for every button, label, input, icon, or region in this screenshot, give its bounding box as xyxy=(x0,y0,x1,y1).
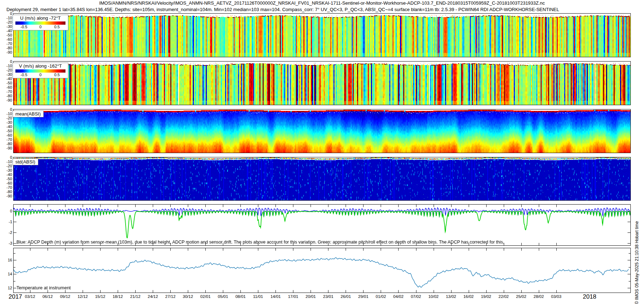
date-tick-label: 07/02 xyxy=(408,294,424,299)
depth-variation-annotation: Blue: ADCP Depth (m) variation from sens… xyxy=(16,240,504,245)
v-colorbar-legend: V (m/s) along -162°T -0.5 0 0.5 xyxy=(13,63,68,78)
y-tick-label: -70 xyxy=(0,89,12,94)
date-tick-label: 17/01 xyxy=(285,294,301,299)
y-tick-label: -10 xyxy=(0,16,12,20)
date-tick-label: 03/03 xyxy=(548,294,565,299)
y-tick-label: -20 xyxy=(0,68,12,73)
y-tick-label: -30 xyxy=(0,24,12,29)
y-tick-label: -80 xyxy=(0,142,12,146)
y-tick-label: -50 xyxy=(0,129,12,133)
date-tick-label: 29/01 xyxy=(355,294,371,299)
year-label-2018: 2018 xyxy=(583,293,596,300)
date-tick-label: 19/02 xyxy=(478,294,494,299)
std-absi-label: std(ABSI) xyxy=(13,158,38,165)
v-velocity-heatmap-canvas xyxy=(14,62,630,105)
y-tick-label: 0 xyxy=(0,59,12,64)
mean-absi-heatmap-canvas xyxy=(14,109,630,153)
y-tick-label: -90 xyxy=(0,98,12,103)
u-colorbar-tick: -0.5 xyxy=(20,25,27,29)
u-colorbar-legend: U (m/s) along -72°T -0.5 0 0.5 xyxy=(13,15,68,30)
date-tick-label: 16/02 xyxy=(460,294,477,299)
y-tick-label: -60 xyxy=(0,133,12,138)
year-label-2017: 2017 xyxy=(9,293,22,300)
date-tick-label: 20/01 xyxy=(302,294,319,299)
y-tick-label: -20 xyxy=(0,20,12,25)
y-tick-label: -70 xyxy=(0,41,12,46)
y-tick-label: -30 xyxy=(0,120,12,125)
y-tick-label: 14 xyxy=(0,272,12,276)
imos-watermark-vertical: © IMOS 05-May-2025 21:10:38 Hobart time xyxy=(634,171,640,304)
y-tick-label: 0 xyxy=(0,107,12,112)
date-tick-label: 10/02 xyxy=(425,294,442,299)
y-tick-label: -60 xyxy=(0,37,12,42)
v-colorbar-ticks: -0.5 0 0.5 xyxy=(13,73,68,78)
date-tick-label: 02/01 xyxy=(197,294,214,299)
date-tick-label: 27/12 xyxy=(162,294,179,299)
date-tick-label: 12/12 xyxy=(74,294,91,299)
date-tick-label: 04/02 xyxy=(390,294,406,299)
date-tick-label: 01/02 xyxy=(372,294,389,299)
v-colorbar-gradient xyxy=(15,69,65,73)
date-tick-label: 14/01 xyxy=(267,294,284,299)
y-tick-label: -50 xyxy=(0,33,12,38)
y-tick-label: -90 xyxy=(0,194,12,198)
u-colorbar-tick: 0.5 xyxy=(54,25,60,29)
y-tick-label: -20 xyxy=(0,116,12,121)
v-colorbar-tick: 0 xyxy=(39,73,42,77)
date-tick-label: 09/12 xyxy=(57,294,73,299)
panel-mean-absi-heatmap xyxy=(13,109,631,153)
v-colorbar-tick: -0.5 xyxy=(20,73,27,77)
date-tick-label: 08/01 xyxy=(232,294,249,299)
y-tick-label: -90 xyxy=(0,146,12,151)
u-colorbar-ticks: -0.5 0 0.5 xyxy=(13,25,68,30)
date-tick-label: 24/12 xyxy=(145,294,161,299)
y-tick-label: -90 xyxy=(0,50,12,55)
title-deployment-metadata: Deployment 29, member 1 lat=35.84S lon=1… xyxy=(6,7,559,12)
date-tick-label: 23/01 xyxy=(320,294,336,299)
u-colorbar-gradient xyxy=(15,21,65,25)
y-tick-label: 0 xyxy=(0,11,12,16)
temperature-line-canvas xyxy=(14,248,630,293)
depth-variation-lines-canvas xyxy=(14,205,630,245)
y-tick-label: -3 xyxy=(0,241,12,246)
u-velocity-heatmap-canvas xyxy=(14,14,630,57)
y-tick-label: 0 xyxy=(0,209,12,214)
y-tick-label: -2 xyxy=(0,230,12,235)
u-colorbar-tick: 0 xyxy=(39,25,42,29)
y-tick-label: -30 xyxy=(0,72,12,77)
y-tick-label: -40 xyxy=(0,124,12,129)
date-tick-label: 13/02 xyxy=(443,294,459,299)
date-tick-label: 18/12 xyxy=(109,294,126,299)
mean-absi-label: mean(ABSI) xyxy=(13,111,44,117)
y-tick-label: -60 xyxy=(0,85,12,90)
std-absi-heatmap-canvas xyxy=(14,157,630,200)
date-tick-label: 11/01 xyxy=(250,294,266,299)
y-tick-label: -1 xyxy=(0,220,12,224)
y-tick-label: -10 xyxy=(0,112,12,116)
date-tick-label: 26/01 xyxy=(337,294,354,299)
y-tick-label: -10 xyxy=(0,64,12,68)
date-tick-label: 28/02 xyxy=(531,294,547,299)
date-tick-label: 06/12 xyxy=(39,294,56,299)
panel-u-velocity-heatmap xyxy=(13,13,631,57)
date-tick-label: 30/12 xyxy=(180,294,196,299)
date-tick-label: 22/02 xyxy=(496,294,512,299)
temperature-label: Temperature at instrument xyxy=(16,285,71,290)
date-tick-label: 21/12 xyxy=(127,294,143,299)
u-colorbar-title: U (m/s) along -72°T xyxy=(13,15,68,21)
panel-temperature xyxy=(13,248,631,293)
adcp-figure: IMOS/ANMN/NRS/NRSKAI/Velocity/IMOS_ANMN-… xyxy=(0,0,644,304)
y-tick-label: -80 xyxy=(0,46,12,50)
title-filename: IMOS/ANMN/NRS/NRSKAI/Velocity/IMOS_ANMN-… xyxy=(0,0,644,6)
panel-std-absi-heatmap xyxy=(13,157,631,201)
y-tick-label: -40 xyxy=(0,77,12,81)
v-colorbar-title: V (m/s) along -162°T xyxy=(13,63,68,69)
date-tick-label: 25/02 xyxy=(513,294,530,299)
v-colorbar-tick: 0.5 xyxy=(54,73,60,77)
date-tick-label: 03/12 xyxy=(22,294,38,299)
date-tick-label: 15/12 xyxy=(92,294,108,299)
panel-v-velocity-heatmap xyxy=(13,61,631,105)
y-tick-label: -50 xyxy=(0,81,12,85)
y-tick-label: 16 xyxy=(0,258,12,263)
y-tick-label: -40 xyxy=(0,29,12,33)
